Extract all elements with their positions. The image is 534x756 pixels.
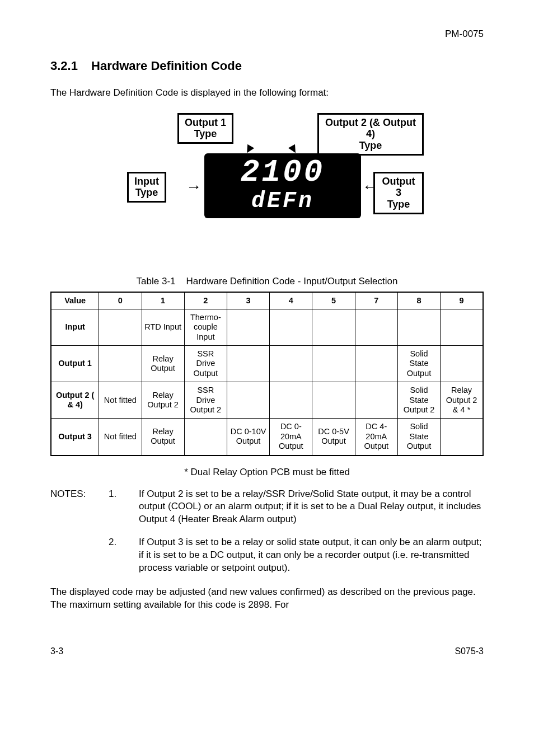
table-row-label: Output 3 bbox=[51, 419, 99, 456]
section-heading: 3.2.1 Hardware Definition Code bbox=[50, 58, 484, 74]
label-output1-type: Output 1 Type bbox=[177, 113, 233, 144]
label-input-line1: Input bbox=[134, 176, 159, 187]
page-footer: 3-3 S075-3 bbox=[50, 645, 484, 658]
note-number: 2. bbox=[109, 536, 131, 575]
table-cell bbox=[99, 309, 142, 345]
table-cell: Relay Output 2 bbox=[142, 382, 184, 419]
notes-label: NOTES: bbox=[50, 488, 101, 527]
label-output24-line2: Type bbox=[325, 140, 416, 152]
table-row: InputRTD InputThermo-couple Input bbox=[51, 309, 483, 345]
table-cell bbox=[184, 419, 227, 456]
table-row: Output 3Not fittedRelay OutputDC 0-10V O… bbox=[51, 419, 483, 456]
table-cell: DC 0-5V Output bbox=[312, 419, 355, 456]
table-cell: SSR Drive Output 2 bbox=[184, 382, 227, 419]
table-cell bbox=[355, 346, 397, 382]
table-cell: Solid State Output bbox=[397, 346, 440, 382]
table-header-cell: 3 bbox=[227, 292, 269, 309]
table-header-cell: 9 bbox=[441, 292, 483, 309]
table-cell: DC 0-20mA Output bbox=[270, 419, 312, 456]
label-input-line2: Type bbox=[134, 187, 159, 199]
table-header-cell: 0 bbox=[99, 292, 142, 309]
table-header-row: Value 0 1 2 3 4 5 7 8 9 bbox=[51, 292, 483, 309]
table-caption: Table 3-1 Hardware Definition Code - Inp… bbox=[50, 275, 484, 288]
table-header-cell: 5 bbox=[312, 292, 355, 309]
table-header-cell: 4 bbox=[270, 292, 312, 309]
table-cell bbox=[227, 346, 269, 382]
table-cell bbox=[312, 346, 355, 382]
table-cell bbox=[355, 309, 397, 345]
note-text: If Output 3 is set to be a relay or soli… bbox=[139, 536, 484, 575]
table-cell: Relay Output 2 & 4 * bbox=[441, 382, 483, 419]
lcd-display: 2100 dEFn bbox=[204, 153, 361, 218]
label-output24-line1: Output 2 (& Output 4) bbox=[325, 117, 416, 140]
notes-label-spacer bbox=[50, 536, 101, 575]
table-header-cell: 7 bbox=[355, 292, 397, 309]
table-cell: Solid State Output bbox=[397, 419, 440, 456]
table-cell bbox=[270, 382, 312, 419]
table-header-cell: 2 bbox=[184, 292, 227, 309]
table-cell bbox=[270, 346, 312, 382]
table-cell: Relay Output bbox=[142, 419, 184, 456]
table-cell: Solid State Output 2 bbox=[397, 382, 440, 419]
table-cell: Relay Output bbox=[142, 346, 184, 382]
table-cell bbox=[227, 309, 269, 345]
doc-code: PM-0075 bbox=[50, 28, 484, 41]
table-header-cell: 8 bbox=[397, 292, 440, 309]
diagram: Output 1 Type Output 2 (& Output 4) Type… bbox=[110, 113, 424, 259]
table-cell bbox=[312, 382, 355, 419]
table-row-label: Input bbox=[51, 309, 99, 345]
table-row-label: Output 2 ( & 4) bbox=[51, 382, 99, 419]
table-cell bbox=[312, 309, 355, 345]
table-cell: Thermo-couple Input bbox=[184, 309, 227, 345]
table-cell: Not fitted bbox=[99, 382, 142, 419]
table-header-cell: 1 bbox=[142, 292, 184, 309]
label-output3-line1: Output 3 bbox=[381, 176, 416, 199]
table-row-label: Output 1 bbox=[51, 346, 99, 382]
table-cell: SSR Drive Output bbox=[184, 346, 227, 382]
table-cell bbox=[99, 346, 142, 382]
arrow-left-icon: ← bbox=[362, 179, 378, 195]
section-number: 3.2.1 bbox=[50, 59, 78, 73]
table-cell bbox=[441, 419, 483, 456]
section-title-text: Hardware Definition Code bbox=[91, 59, 242, 73]
table-caption-text: Hardware Definition Code - Input/Output … bbox=[186, 276, 397, 287]
display-top-row: 2100 bbox=[210, 157, 355, 188]
table-cell bbox=[270, 309, 312, 345]
closing-paragraph: The displayed code may be adjusted (and … bbox=[50, 586, 484, 612]
notes-block: NOTES: 1. If Output 2 is set to be a rel… bbox=[50, 488, 484, 575]
table-caption-prefix: Table 3-1 bbox=[137, 276, 176, 287]
note-text: If Output 2 is set to be a relay/SSR Dri… bbox=[139, 488, 484, 527]
table-cell bbox=[397, 309, 440, 345]
arrow-right-icon: → bbox=[186, 179, 202, 195]
hardware-code-table: Value 0 1 2 3 4 5 7 8 9 InputRTD InputTh… bbox=[50, 292, 484, 456]
intro-text: The Hardware Definition Code is displaye… bbox=[50, 87, 484, 100]
table-row: Output 2 ( & 4)Not fittedRelay Output 2S… bbox=[51, 382, 483, 419]
table-cell bbox=[227, 382, 269, 419]
table-cell: Not fitted bbox=[99, 419, 142, 456]
table-footnote: * Dual Relay Option PCB must be fitted bbox=[50, 466, 484, 479]
table-cell bbox=[441, 346, 483, 382]
label-input-type: Input Type bbox=[127, 172, 166, 203]
label-output3-type: Output 3 Type bbox=[373, 172, 424, 214]
table-row: Output 1Relay OutputSSR Drive OutputSoli… bbox=[51, 346, 483, 382]
display-bottom-row: dEFn bbox=[210, 190, 355, 213]
footer-left: 3-3 bbox=[50, 645, 63, 658]
label-output1-line2: Type bbox=[185, 128, 226, 140]
table-cell: DC 4-20mA Output bbox=[355, 419, 397, 456]
table-cell bbox=[441, 309, 483, 345]
label-output2-4-type: Output 2 (& Output 4) Type bbox=[317, 113, 424, 156]
note-number: 1. bbox=[109, 488, 131, 527]
table-cell: RTD Input bbox=[142, 309, 184, 345]
label-output3-line2: Type bbox=[381, 199, 416, 210]
table-cell: DC 0-10V Output bbox=[227, 419, 269, 456]
table-header-cell: Value bbox=[51, 292, 99, 309]
label-output1-line1: Output 1 bbox=[185, 117, 226, 129]
footer-right: S075-3 bbox=[455, 645, 484, 658]
table-cell bbox=[355, 382, 397, 419]
